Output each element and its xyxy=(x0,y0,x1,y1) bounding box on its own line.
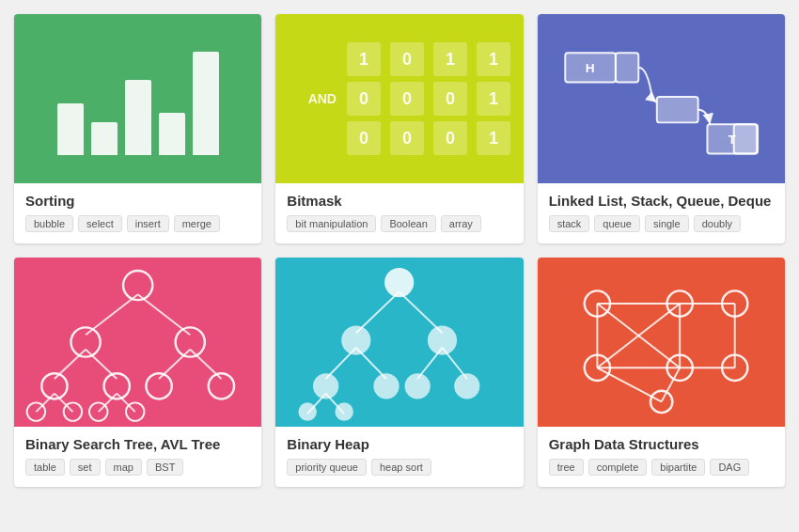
svg-line-29 xyxy=(400,291,443,333)
tag-single[interactable]: single xyxy=(645,215,689,232)
svg-point-44 xyxy=(336,402,354,421)
bar-4 xyxy=(159,113,185,155)
card-linkedlist[interactable]: H T Linked Li xyxy=(538,14,785,243)
bitmask-r3c3: 0 xyxy=(433,121,467,155)
tag-array[interactable]: array xyxy=(441,215,481,232)
card-bst[interactable]: Binary Search Tree, AVL Tree table set m… xyxy=(14,258,261,487)
svg-point-38 xyxy=(428,325,457,354)
svg-point-36 xyxy=(384,268,414,297)
bst-tags: table set map BST xyxy=(25,459,250,476)
bar-2 xyxy=(91,122,118,155)
bitmask-r1c1: 1 xyxy=(347,42,381,76)
bitmask-label-and: AND xyxy=(285,91,341,106)
heap-svg xyxy=(275,258,523,427)
tag-doubly[interactable]: doubly xyxy=(694,215,741,232)
svg-rect-6 xyxy=(733,124,756,153)
tag-dag[interactable]: DAG xyxy=(710,459,749,476)
tag-merge[interactable]: merge xyxy=(174,215,220,232)
linkedlist-tags: stack queue single doubly xyxy=(549,215,774,232)
bitmask-tags: bit manipulation Boolean array xyxy=(287,215,511,232)
linkedlist-image: H T xyxy=(538,14,785,183)
tag-select[interactable]: select xyxy=(78,215,122,232)
bitmask-r3c1: 0 xyxy=(347,121,381,155)
bar-3 xyxy=(125,80,151,155)
svg-point-23 xyxy=(209,373,234,399)
bst-svg xyxy=(14,258,261,427)
tag-queue[interactable]: queue xyxy=(594,215,640,232)
sorting-tags: bubble select insert merge xyxy=(25,215,250,232)
svg-point-37 xyxy=(342,325,371,354)
bitmask-r3c4: 1 xyxy=(477,121,510,155)
bitmask-r2c3: 0 xyxy=(433,82,467,116)
tag-insert[interactable]: insert xyxy=(127,215,169,232)
tag-stack[interactable]: stack xyxy=(549,215,590,232)
tag-complete[interactable]: complete xyxy=(588,459,648,476)
bitmask-r2c4: 1 xyxy=(477,82,510,116)
graph-svg xyxy=(538,258,785,427)
bst-body: Binary Search Tree, AVL Tree table set m… xyxy=(14,427,261,487)
svg-rect-2 xyxy=(616,53,638,82)
bar-1 xyxy=(57,103,84,155)
bitmask-r1c2: 0 xyxy=(390,42,424,76)
graph-title: Graph Data Structures xyxy=(549,436,774,452)
tag-bipartite[interactable]: bipartite xyxy=(651,459,705,476)
card-heap[interactable]: Binary Heap priority queue heap sort xyxy=(275,258,523,487)
sorting-image xyxy=(14,14,261,183)
tag-bit-manipulation[interactable]: bit manipulation xyxy=(287,215,376,232)
bitmask-table: 1 0 1 1 AND 0 0 0 1 0 0 0 1 xyxy=(285,42,514,155)
card-grid: Sorting bubble select insert merge 1 0 1… xyxy=(14,14,785,487)
svg-point-19 xyxy=(176,327,205,356)
svg-point-41 xyxy=(405,373,431,399)
bitmask-r1c4: 1 xyxy=(477,42,510,76)
heap-title: Binary Heap xyxy=(287,436,511,452)
tag-heap-sort[interactable]: heap sort xyxy=(371,459,431,476)
heap-image xyxy=(275,258,523,427)
bst-image xyxy=(14,258,261,427)
linkedlist-svg: H T xyxy=(538,14,785,183)
bitmask-body: Bitmask bit manipulation Boolean array xyxy=(275,183,523,243)
card-sorting[interactable]: Sorting bubble select insert merge xyxy=(14,14,261,243)
heap-tags: priority queue heap sort xyxy=(287,459,511,476)
svg-point-43 xyxy=(299,402,318,421)
heap-body: Binary Heap priority queue heap sort xyxy=(275,427,523,487)
svg-point-20 xyxy=(41,373,67,399)
card-graph[interactable]: Graph Data Structures tree complete bipa… xyxy=(538,258,785,487)
svg-point-21 xyxy=(104,373,130,399)
linkedlist-body: Linked List, Stack, Queue, Deque stack q… xyxy=(538,183,785,243)
bst-title: Binary Search Tree, AVL Tree xyxy=(25,436,250,452)
bitmask-title: Bitmask xyxy=(287,193,511,209)
svg-point-22 xyxy=(146,373,171,399)
bar-5 xyxy=(193,52,219,155)
card-bitmask[interactable]: 1 0 1 1 AND 0 0 0 1 0 0 0 1 Bitmask bit xyxy=(275,14,523,243)
tag-tree[interactable]: tree xyxy=(549,459,584,476)
svg-point-40 xyxy=(374,373,400,399)
bitmask-r2c1: 0 xyxy=(347,82,381,116)
linkedlist-title: Linked List, Stack, Queue, Deque xyxy=(549,193,774,209)
tag-set[interactable]: set xyxy=(70,459,101,476)
svg-point-39 xyxy=(313,373,338,399)
tag-bst[interactable]: BST xyxy=(147,459,183,476)
svg-point-18 xyxy=(70,327,100,356)
bar-chart xyxy=(39,42,238,155)
tag-table[interactable]: table xyxy=(25,459,65,476)
graph-body: Graph Data Structures tree complete bipa… xyxy=(538,427,785,487)
svg-line-28 xyxy=(356,291,400,333)
bitmask-r3c2: 0 xyxy=(390,121,424,155)
tag-bubble[interactable]: bubble xyxy=(25,215,73,232)
bitmask-r2c2: 0 xyxy=(390,82,424,116)
sorting-title: Sorting xyxy=(25,193,250,209)
tag-boolean[interactable]: Boolean xyxy=(381,215,435,232)
tag-priority-queue[interactable]: priority queue xyxy=(287,459,367,476)
tag-map[interactable]: map xyxy=(105,459,142,476)
svg-text:H: H xyxy=(585,61,594,75)
sorting-body: Sorting bubble select insert merge xyxy=(14,183,261,243)
svg-point-42 xyxy=(455,373,480,399)
graph-image xyxy=(538,258,785,427)
svg-point-62 xyxy=(650,391,672,413)
graph-tags: tree complete bipartite DAG xyxy=(549,459,774,476)
svg-rect-3 xyxy=(656,97,697,122)
bitmask-r1c3: 1 xyxy=(433,42,467,76)
bitmask-image: 1 0 1 1 AND 0 0 0 1 0 0 0 1 xyxy=(275,14,523,183)
